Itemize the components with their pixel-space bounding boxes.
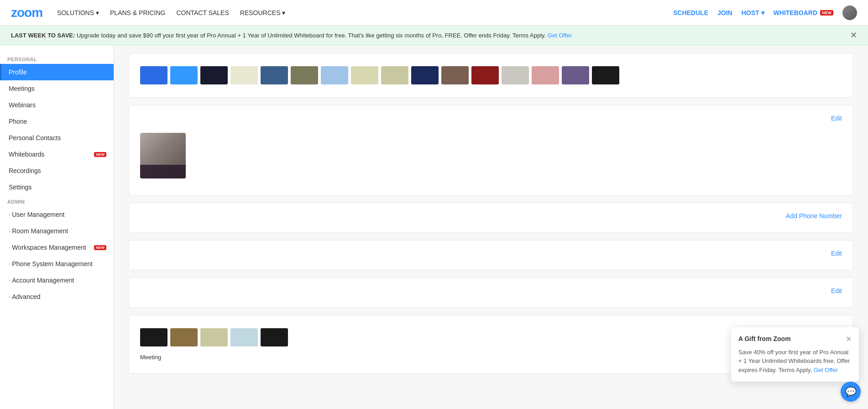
gift-popup: A Gift from Zoom ✕ Save 40% off your fir… — [731, 327, 859, 382]
room-management-chevron: › — [9, 229, 10, 234]
admin-section-label: ADMIN — [0, 195, 114, 206]
sidebar-item-room-management[interactable]: › Room Management — [0, 223, 114, 239]
vbg-thumb-top-11[interactable] — [471, 66, 499, 84]
vbg-thumb-top-9[interactable] — [411, 66, 439, 84]
profile-image-section-header: Edit — [140, 115, 842, 122]
profile-image-overlay — [140, 165, 186, 178]
vbg-thumb-top-4[interactable] — [261, 66, 288, 84]
sidebar-item-meetings[interactable]: Meetings — [0, 80, 114, 97]
virtual-bg-strip-top — [140, 63, 842, 88]
sidebar-item-workspaces-management[interactable]: › Workspaces Management NEW — [0, 239, 114, 256]
profile-img-area — [140, 126, 842, 186]
banner-get-offer-link[interactable]: Get Offer — [548, 32, 572, 39]
profile-image-section: Edit — [129, 105, 853, 195]
schedule-nav-link[interactable]: SCHEDULE — [673, 9, 708, 16]
gift-popup-title: A Gift from Zoom — [738, 335, 791, 342]
vbg-thumb-top-14[interactable] — [562, 66, 589, 84]
promo-banner: LAST WEEK TO SAVE: Upgrade today and sav… — [0, 26, 868, 45]
user-avatar[interactable] — [842, 5, 857, 20]
vbg-thumb-top-6[interactable] — [321, 66, 348, 84]
account-management-chevron: › — [9, 278, 10, 283]
phone-section: Add Phone Number — [129, 203, 853, 233]
sidebar-item-user-management[interactable]: › User Management — [0, 206, 114, 223]
gift-popup-close-button[interactable]: ✕ — [846, 335, 852, 343]
section-edit-3-header: Edit — [140, 287, 842, 294]
virtual-bg-section — [129, 53, 853, 98]
whiteboard-new-badge: NEW — [820, 10, 833, 16]
advanced-chevron: › — [9, 294, 10, 299]
solutions-nav-link[interactable]: SOLUTIONS ▾ — [57, 9, 99, 16]
gift-popup-get-offer-link[interactable]: Get Offer — [814, 367, 838, 373]
profile-edit-button[interactable]: Edit — [831, 115, 842, 122]
gift-popup-header: A Gift from Zoom ✕ — [738, 335, 852, 343]
vbg-thumb-top-15[interactable] — [592, 66, 619, 84]
sidebar-item-advanced[interactable]: › Advanced — [0, 288, 114, 305]
vbg-thumb-top-5[interactable] — [291, 66, 318, 84]
section-edit-2-header: Edit — [140, 250, 842, 257]
banner-close-button[interactable]: ✕ — [850, 30, 857, 40]
phone-system-chevron: › — [9, 262, 10, 267]
sidebar-item-profile[interactable]: Profile — [0, 64, 114, 80]
vbg-thumb-bottom-0[interactable] — [140, 328, 167, 346]
vbg-thumb-top-3[interactable] — [230, 66, 258, 84]
gift-popup-text: Save 40% off your first year of Pro Annu… — [738, 348, 852, 375]
banner-text: LAST WEEK TO SAVE: Upgrade today and sav… — [11, 32, 572, 39]
section-edit-3: Edit — [129, 278, 853, 308]
nav-right: SCHEDULE JOIN HOST ▾ WHITEBOARD NEW — [673, 5, 857, 20]
sidebar-item-account-management[interactable]: › Account Management — [0, 272, 114, 288]
contact-sales-nav-link[interactable]: CONTACT SALES — [176, 9, 229, 16]
profile-image-box[interactable] — [140, 133, 186, 178]
whiteboard-nav-link[interactable]: WHITEBOARD NEW — [774, 9, 833, 16]
vbg-thumb-top-12[interactable] — [502, 66, 529, 84]
sidebar-item-whiteboards[interactable]: Whiteboards NEW — [0, 146, 114, 163]
vbg-thumb-top-2[interactable] — [200, 66, 228, 84]
vbg-thumb-top-13[interactable] — [532, 66, 559, 84]
edit-button-2[interactable]: Edit — [831, 250, 842, 257]
host-chevron-icon: ▾ — [761, 9, 764, 16]
sidebar-item-recordings[interactable]: Recordings — [0, 163, 114, 179]
sidebar-item-phone[interactable]: Phone — [0, 113, 114, 130]
vbg-thumb-top-8[interactable] — [381, 66, 408, 84]
sidebar-item-personal-contacts[interactable]: Personal Contacts — [0, 130, 114, 146]
add-phone-number-button[interactable]: Add Phone Number — [786, 212, 842, 220]
vbg-thumb-bottom-4[interactable] — [261, 328, 288, 346]
section-edit-2: Edit — [129, 240, 853, 270]
vbg-thumb-top-10[interactable] — [441, 66, 469, 84]
sidebar-item-settings[interactable]: Settings — [0, 179, 114, 195]
resources-chevron-icon: ▾ — [282, 9, 285, 16]
workspaces-new-badge: NEW — [94, 245, 106, 250]
solutions-chevron-icon: ▾ — [96, 9, 99, 16]
top-nav: zoom SOLUTIONS ▾ PLANS & PRICING CONTACT… — [0, 0, 868, 26]
join-nav-link[interactable]: JOIN — [717, 9, 732, 16]
whiteboards-new-badge: NEW — [94, 152, 106, 157]
vbg-thumb-top-1[interactable] — [170, 66, 198, 84]
nav-links: SOLUTIONS ▾ PLANS & PRICING CONTACT SALE… — [57, 9, 673, 16]
plans-nav-link[interactable]: PLANS & PRICING — [110, 9, 165, 16]
vbg-thumb-bottom-2[interactable] — [200, 328, 228, 346]
vbg-thumb-top-7[interactable] — [351, 66, 378, 84]
resources-nav-link[interactable]: RESOURCES ▾ — [240, 9, 286, 16]
chat-icon: 💬 — [845, 386, 857, 397]
sidebar-item-webinars[interactable]: Webinars — [0, 97, 114, 113]
workspaces-management-chevron: › — [9, 245, 10, 250]
vbg-thumb-bottom-1[interactable] — [170, 328, 198, 346]
edit-button-3[interactable]: Edit — [831, 287, 842, 294]
personal-section-label: PERSONAL — [0, 53, 114, 64]
user-management-chevron: › — [9, 212, 10, 217]
zoom-logo[interactable]: zoom — [11, 5, 42, 20]
sidebar-item-phone-system-management[interactable]: › Phone System Management — [0, 256, 114, 272]
host-nav-link[interactable]: HOST ▾ — [742, 9, 764, 16]
vbg-thumb-bottom-3[interactable] — [230, 328, 258, 346]
vbg-thumb-top-0[interactable] — [140, 66, 167, 84]
phone-section-header: Add Phone Number — [140, 212, 842, 220]
sidebar: PERSONAL Profile Meetings Webinars Phone… — [0, 44, 114, 409]
chat-button[interactable]: 💬 — [841, 382, 861, 402]
